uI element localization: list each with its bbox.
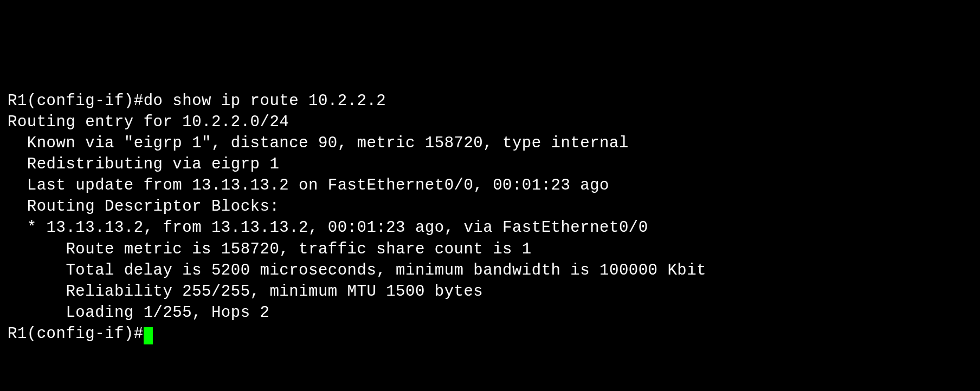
output-line: Known via "eigrp 1", distance 90, metric… <box>8 133 972 154</box>
prompt: R1(config-if)# <box>8 92 144 110</box>
output-line: Routing entry for 10.2.2.0/24 <box>8 112 972 133</box>
output-line: Redistributing via eigrp 1 <box>8 154 972 175</box>
output-line: * 13.13.13.2, from 13.13.13.2, 00:01:23 … <box>8 217 972 238</box>
prompt: R1(config-if)# <box>8 325 144 343</box>
output-line: Loading 1/255, Hops 2 <box>8 302 972 323</box>
output-line: Last update from 13.13.13.2 on FastEther… <box>8 175 972 196</box>
prompt-line[interactable]: R1(config-if)# <box>8 323 972 344</box>
command-text: do show ip route 10.2.2.2 <box>144 92 386 110</box>
output-line: Routing Descriptor Blocks: <box>8 196 972 217</box>
output-line: Reliability 255/255, minimum MTU 1500 by… <box>8 281 972 302</box>
cursor-icon <box>144 327 153 344</box>
output-line: Total delay is 5200 microseconds, minimu… <box>8 260 972 281</box>
terminal-output: R1(config-if)#do show ip route 10.2.2.2R… <box>8 90 972 345</box>
output-line: Route metric is 158720, traffic share co… <box>8 239 972 260</box>
command-line: R1(config-if)#do show ip route 10.2.2.2 <box>8 90 972 112</box>
